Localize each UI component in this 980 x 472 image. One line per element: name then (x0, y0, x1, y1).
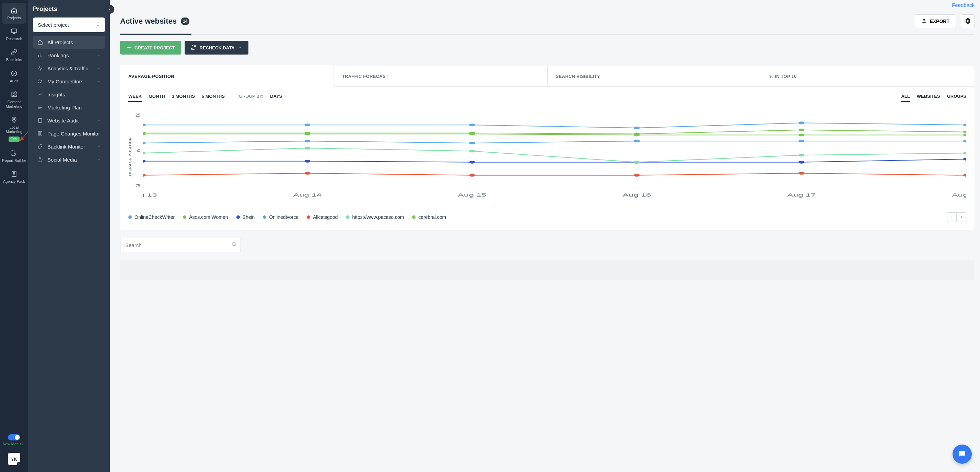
sidebar-item-insights[interactable]: Insights (33, 88, 105, 101)
home-icon (10, 6, 18, 14)
svg-rect-9 (40, 132, 42, 135)
refresh-icon (191, 44, 196, 51)
nav-research[interactable]: Research (0, 24, 28, 44)
create-project-button[interactable]: CREATE PROJECT (120, 41, 181, 54)
nav-projects[interactable]: Projects (2, 3, 26, 24)
nav-backlinks[interactable]: Backlinks (0, 44, 28, 65)
y-ticks: 255075 (132, 113, 143, 188)
sidebar-item-backlink-monitor[interactable]: Backlink Monitor (33, 140, 105, 153)
page-title: Active websites (120, 17, 177, 26)
feedback-link[interactable]: Feedback (952, 2, 975, 8)
chat-icon (958, 450, 967, 459)
svg-text:Aug 17: Aug 17 (788, 193, 816, 197)
nav-local-marketing[interactable]: Local Marketing Trial (0, 112, 28, 145)
sidebar-item-analytics[interactable]: Analytics & Traffic (33, 62, 105, 75)
sidebar-item-label: Website Audit (47, 118, 79, 124)
tab-search-visibility[interactable]: SEARCH VISIBILITY (548, 66, 761, 86)
sidebar-item-label: Insights (47, 92, 65, 97)
trend-icon (37, 91, 43, 97)
sidebar-item-marketing-plan[interactable]: Marketing Plan (33, 101, 105, 114)
nav-report-builder[interactable]: Report Builder (0, 145, 28, 166)
sidebar-item-label: My Competitors (47, 79, 83, 84)
filter-groups[interactable]: GROUPS (947, 94, 966, 99)
range-6m[interactable]: 6 MONTHS (202, 94, 225, 99)
svg-point-40 (143, 152, 146, 154)
recheck-data-button[interactable]: RECHECK DATA (185, 41, 248, 54)
sidebar-item-label: Social Media (47, 157, 77, 162)
export-button[interactable]: EXPORT (915, 14, 956, 28)
columns-icon (37, 130, 43, 137)
sidebar-item-competitors[interactable]: My Competitors (33, 75, 105, 88)
sidebar-collapse[interactable] (105, 5, 114, 14)
svg-text:Aug 18: Aug 18 (952, 193, 966, 197)
legend-item[interactable]: Asos.com Women (183, 215, 228, 220)
chart-area: AVERAGE POSITION 255075 Aug 13Aug 14Aug … (120, 99, 975, 206)
svg-point-15 (963, 124, 966, 126)
tab-traffic-forecast[interactable]: TRAFFIC FORECAST (334, 66, 548, 86)
project-select[interactable]: Select project (33, 17, 105, 32)
legend-label: cerebral.com (418, 215, 446, 220)
svg-point-48 (469, 133, 475, 135)
svg-point-24 (469, 161, 475, 164)
nav-audit[interactable]: Audit (0, 66, 28, 87)
legend-item[interactable]: Onlinedivorce (263, 215, 299, 220)
settings-button[interactable] (961, 14, 975, 28)
nav-agency-pack[interactable]: Agency Pack (0, 166, 28, 187)
chat-fab[interactable] (953, 445, 972, 464)
svg-point-13 (634, 127, 640, 129)
sidebar-item-rankings[interactable]: Rankings (33, 49, 105, 62)
svg-point-2 (13, 119, 14, 120)
svg-point-37 (634, 174, 640, 176)
range-3m[interactable]: 3 MONTHS (172, 94, 195, 99)
sidebar-item-website-audit[interactable]: Website Audit (33, 114, 105, 127)
upload-icon (921, 18, 927, 25)
chart-plot: Aug 13Aug 14Aug 15Aug 16Aug 17Aug 18 (143, 113, 966, 201)
avatar-initials: YK (11, 456, 17, 462)
chevron-down-icon (97, 157, 101, 162)
separator (232, 93, 232, 99)
pager-prev[interactable] (947, 212, 957, 222)
legend-item[interactable]: Allcatsgood (307, 215, 338, 220)
export-label: EXPORT (929, 19, 950, 24)
legend-label: https://www.pacaso.com (352, 215, 404, 220)
activity-icon (37, 65, 43, 72)
legend-dot (412, 215, 415, 219)
new-menu-toggle[interactable] (8, 434, 20, 440)
gear-icon (17, 462, 22, 467)
sidebar-item-social-media[interactable]: Social Media (33, 153, 105, 166)
nav-content-marketing[interactable]: Content Marketing (0, 87, 28, 112)
sidebar-item-all-projects[interactable]: All Projects (33, 36, 105, 49)
avatar[interactable]: YK (8, 453, 20, 465)
filter-websites[interactable]: WEBSITES (917, 94, 940, 99)
tab-avg-position[interactable]: AVERAGE POSITION (120, 66, 334, 86)
nav-rail: Projects Research Backlinks Audit Conten… (0, 0, 28, 472)
svg-point-35 (305, 172, 310, 175)
svg-point-31 (634, 140, 640, 142)
sidebar: Projects Select project All Projects Ran… (28, 0, 110, 472)
legend-pager (947, 212, 966, 222)
list-icon (37, 104, 43, 110)
sidebar-item-label: Backlink Monitor (47, 144, 85, 149)
legend-item[interactable]: OnlineCheckWriter (128, 215, 175, 220)
legend-item[interactable]: Shein (236, 215, 255, 220)
building-icon (10, 170, 18, 178)
legend-label: Asos.com Women (189, 215, 228, 220)
range-week[interactable]: WEEK (128, 94, 142, 99)
gear-icon (964, 17, 971, 26)
legend-item[interactable]: https://www.pacaso.com (346, 215, 404, 220)
svg-text:Aug 16: Aug 16 (623, 193, 651, 197)
pager-next[interactable] (957, 212, 966, 222)
search-input[interactable] (120, 238, 241, 252)
legend-dot (236, 215, 240, 219)
svg-point-45 (963, 152, 966, 154)
sidebar-item-page-changes[interactable]: Page Changes Monitor (33, 127, 105, 140)
svg-point-58 (232, 243, 235, 246)
filter-all[interactable]: ALL (901, 94, 910, 99)
tab-pct-top10[interactable]: % IN TOP 10 (761, 66, 975, 86)
svg-point-27 (963, 158, 966, 161)
range-month[interactable]: MONTH (149, 94, 165, 99)
legend-item[interactable]: cerebral.com (412, 215, 446, 220)
group-by-select[interactable]: DAYS (270, 94, 287, 99)
sidebar-item-label: All Projects (47, 40, 73, 45)
svg-point-50 (799, 134, 804, 137)
